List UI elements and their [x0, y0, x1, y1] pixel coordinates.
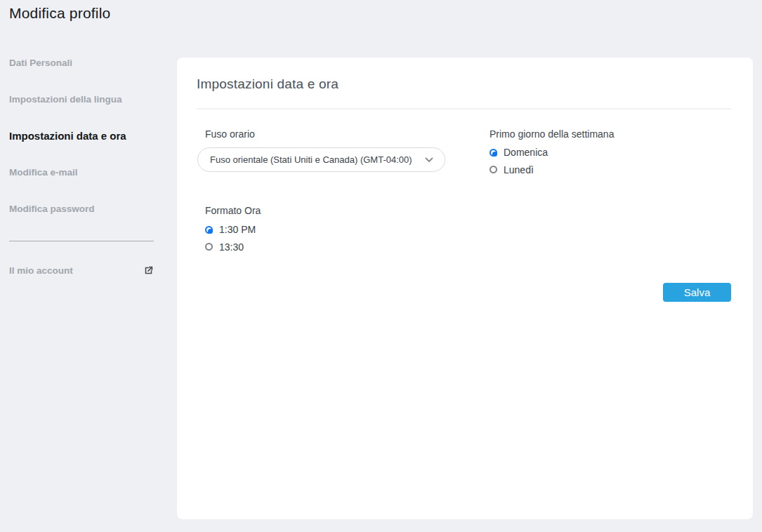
chevron-down-icon	[418, 157, 433, 163]
timezone-label: Fuso orario	[205, 128, 255, 140]
radio-option-label: Lunedì	[504, 164, 534, 175]
radio-option-label: 1:30 PM	[219, 224, 256, 235]
account-link-label: Il mio account	[9, 265, 73, 276]
radio-option-lunedi[interactable]: Lunedì	[490, 161, 548, 179]
radio-option-12h[interactable]: 1:30 PM	[205, 221, 256, 239]
sidebar: Dati Personali Impostazioni della lingua…	[0, 44, 177, 227]
sidebar-item-modifica-email[interactable]: Modifica e-mail	[0, 154, 177, 190]
time-format-radio-group: 1:30 PM 13:30	[205, 221, 256, 255]
timezone-select[interactable]: Fuso orientale (Stati Uniti e Canada) (G…	[197, 147, 445, 172]
radio-icon	[490, 166, 497, 173]
radio-icon	[205, 243, 213, 251]
sidebar-item-il-mio-account[interactable]: Il mio account	[9, 265, 154, 276]
time-format-label: Formato Ora	[205, 205, 261, 216]
section-divider	[197, 108, 731, 109]
save-button[interactable]: Salva	[663, 283, 731, 302]
sidebar-item-impostazioni-lingua[interactable]: Impostazioni della lingua	[0, 81, 177, 117]
sidebar-item-impostazioni-data-ora[interactable]: Impostazioni data e ora	[0, 117, 177, 154]
radio-option-24h[interactable]: 13:30	[205, 239, 256, 256]
sidebar-item-modifica-password[interactable]: Modifica password	[0, 190, 177, 227]
external-link-icon	[143, 265, 154, 276]
radio-icon	[490, 149, 497, 157]
radio-icon	[205, 226, 213, 234]
first-day-label: Primo giorno della settimana	[490, 128, 614, 140]
sidebar-item-dati-personali[interactable]: Dati Personali	[0, 44, 177, 81]
radio-option-domenica[interactable]: Domenica	[490, 144, 548, 161]
radio-option-label: 13:30	[219, 241, 244, 253]
radio-option-label: Domenica	[504, 147, 548, 158]
page-title: Modifica profilo	[9, 5, 110, 22]
timezone-selected-value: Fuso orientale (Stati Uniti e Canada) (G…	[210, 154, 412, 165]
first-day-radio-group: Domenica Lunedì	[490, 144, 548, 178]
sidebar-divider	[9, 241, 154, 241]
settings-card: Impostazioni data e ora Fuso orario Fuso…	[177, 58, 753, 519]
section-title: Impostazioni data e ora	[197, 77, 339, 92]
